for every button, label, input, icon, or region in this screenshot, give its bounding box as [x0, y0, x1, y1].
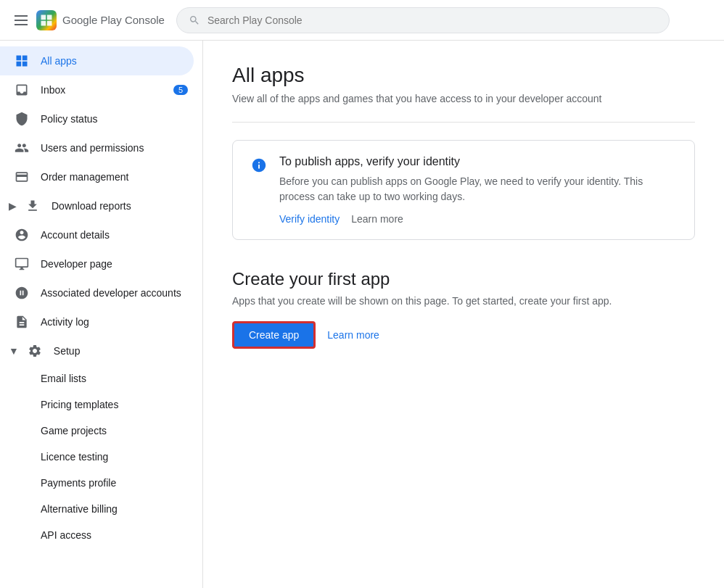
info-card-text: Before you can publish apps on Google Pl… — [279, 174, 677, 204]
sidebar-item-activity-log[interactable]: Activity log — [0, 307, 202, 336]
sidebar-sub-item-game-projects[interactable]: Game projects — [0, 418, 202, 444]
topbar: Google Play Console — [0, 0, 724, 41]
sidebar-sub-item-api-access[interactable]: API access — [0, 522, 202, 548]
sidebar-item-label: Users and permissions — [41, 142, 188, 154]
create-section: Create your first app Apps that you crea… — [232, 269, 695, 349]
menu-icon[interactable] — [12, 12, 30, 28]
card-icon — [15, 170, 29, 184]
sidebar: All apps Inbox 5 Policy status — [0, 41, 203, 588]
info-card-links: Verify identity Learn more — [279, 213, 677, 225]
sidebar-item-label: Activity log — [41, 316, 188, 328]
create-section-actions: Create app Learn more — [232, 321, 695, 349]
gear-icon — [28, 344, 42, 358]
sidebar-item-label: Policy status — [41, 113, 188, 125]
sidebar-item-setup[interactable]: ▼ Setup — [0, 336, 202, 365]
sidebar-item-developer-page[interactable]: Developer page — [0, 249, 202, 278]
shield-icon — [15, 112, 29, 126]
create-app-button[interactable]: Create app — [232, 321, 316, 349]
file-text-icon — [15, 315, 29, 329]
main-content: All apps View all of the apps and games … — [203, 41, 724, 588]
sidebar-item-label: Associated developer accounts — [41, 287, 188, 299]
info-card-title: To publish apps, verify your identity — [279, 155, 677, 168]
inbox-icon — [15, 83, 29, 97]
verify-identity-link[interactable]: Verify identity — [279, 213, 340, 225]
download-icon — [25, 199, 40, 213]
sidebar-sub-item-licence-testing[interactable]: Licence testing — [0, 444, 202, 470]
search-bar[interactable] — [176, 7, 670, 33]
sidebar-sub-item-alternative-billing[interactable]: Alternative billing — [0, 496, 202, 522]
group-circle-icon — [15, 286, 29, 300]
sidebar-item-order-management[interactable]: Order management — [0, 162, 202, 191]
info-card-content: To publish apps, verify your identity Be… — [279, 155, 677, 225]
search-input[interactable] — [207, 15, 657, 26]
chevron-down-icon: ▼ — [9, 345, 19, 357]
app-logo-icon — [36, 10, 57, 30]
person-circle-icon — [15, 228, 29, 242]
create-section-title: Create your first app — [232, 269, 695, 289]
info-icon — [250, 157, 268, 174]
sidebar-sub-item-payments-profile[interactable]: Payments profile — [0, 470, 202, 496]
people-icon — [15, 141, 29, 155]
sidebar-item-label: Order management — [41, 171, 188, 183]
sidebar-item-all-apps[interactable]: All apps — [0, 46, 194, 75]
create-section-text: Apps that you create will be shown on th… — [232, 295, 695, 307]
sidebar-item-label: Setup — [54, 345, 188, 357]
info-learn-more-link[interactable]: Learn more — [351, 213, 403, 225]
layout: All apps Inbox 5 Policy status — [0, 41, 724, 588]
page-subtitle: View all of the apps and games that you … — [232, 93, 695, 104]
chevron-right-icon: ▶ — [9, 200, 17, 212]
info-card: To publish apps, verify your identity Be… — [232, 140, 695, 240]
sidebar-item-label: All apps — [41, 55, 179, 67]
sidebar-item-label: Download reports — [52, 200, 188, 212]
divider — [232, 122, 695, 123]
sidebar-item-label: Account details — [41, 229, 188, 241]
create-learn-more-link[interactable]: Learn more — [327, 329, 379, 341]
sidebar-item-account-details[interactable]: Account details — [0, 220, 202, 249]
inbox-badge: 5 — [173, 85, 188, 95]
app-title: Google Play Console — [62, 14, 165, 26]
sidebar-item-label: Inbox — [41, 84, 162, 96]
sidebar-sub-item-pricing-templates[interactable]: Pricing templates — [0, 392, 202, 418]
monitor-icon — [15, 257, 29, 271]
search-icon — [189, 15, 200, 26]
sidebar-sub-item-email-lists[interactable]: Email lists — [0, 365, 202, 392]
grid-icon — [15, 54, 29, 68]
page-title: All apps — [232, 64, 695, 87]
topbar-logo: Google Play Console — [12, 10, 165, 30]
sidebar-item-users-permissions[interactable]: Users and permissions — [0, 133, 202, 162]
sidebar-item-policy-status[interactable]: Policy status — [0, 104, 202, 133]
sidebar-item-download-reports[interactable]: ▶ Download reports — [0, 191, 202, 220]
sidebar-item-label: Developer page — [41, 258, 188, 270]
sidebar-item-associated-developer[interactable]: Associated developer accounts — [0, 278, 202, 307]
sidebar-item-inbox[interactable]: Inbox 5 — [0, 75, 202, 104]
